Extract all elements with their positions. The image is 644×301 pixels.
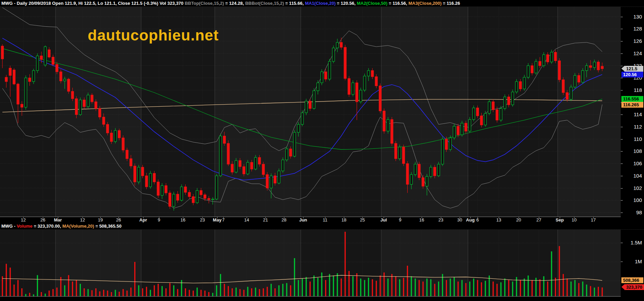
volume-bar xyxy=(364,280,365,296)
month-band xyxy=(558,7,621,217)
candle-body xyxy=(181,187,183,200)
candle-body xyxy=(336,43,338,48)
candle-body xyxy=(515,82,518,92)
candle-body xyxy=(332,48,335,61)
price-axis-tick xyxy=(621,151,623,152)
candle-body xyxy=(457,126,459,135)
volume-bar xyxy=(119,292,120,296)
candle-body xyxy=(227,143,230,164)
volume-bar xyxy=(403,278,404,296)
candle-body xyxy=(67,79,70,92)
candle-body xyxy=(130,159,132,166)
candle-body xyxy=(21,104,23,107)
volume-bar xyxy=(356,273,357,296)
volume-bar xyxy=(13,285,14,296)
volume-bar xyxy=(10,268,11,297)
volume-bar xyxy=(380,276,381,296)
candle-body xyxy=(472,108,475,120)
candle-body xyxy=(99,108,101,117)
candle-body xyxy=(223,136,226,143)
volume-bar xyxy=(567,278,568,296)
candle-body xyxy=(426,177,428,186)
volume-bar xyxy=(551,251,552,296)
candle-body xyxy=(231,164,233,172)
price-axis-label: 100 xyxy=(621,197,642,203)
date-axis-tick xyxy=(499,217,499,218)
volume-bar xyxy=(395,276,396,296)
price-tag-value: 116.265 xyxy=(621,102,643,108)
volume-bar xyxy=(590,286,591,296)
price-axis-label: 98 xyxy=(621,209,642,216)
volume-bar xyxy=(524,278,525,296)
volume-bar xyxy=(340,278,342,296)
volume-bar xyxy=(547,281,548,296)
candle-body xyxy=(352,83,354,94)
volume-title-segment: MWG - xyxy=(1,224,17,229)
volume-bar xyxy=(598,287,599,296)
candle-body xyxy=(324,72,327,79)
candle-body xyxy=(340,43,343,47)
month-band xyxy=(381,229,468,296)
candle-body xyxy=(134,166,136,182)
candle-body xyxy=(484,113,486,125)
candle-body xyxy=(527,66,529,77)
volume-bar xyxy=(563,274,564,296)
volume-bar xyxy=(426,278,428,296)
volume-bar xyxy=(274,288,275,296)
price-axis-label: 128 xyxy=(621,26,642,32)
candle-body xyxy=(87,95,89,107)
volume-bar xyxy=(25,294,26,297)
volume-bar xyxy=(189,290,190,296)
volume-bar xyxy=(348,271,349,296)
volume-bar xyxy=(278,285,280,296)
price-pane-title: MWG - Daily 20/09/2018 Open 121.9, Hi 12… xyxy=(0,0,644,7)
date-axis-tick xyxy=(539,217,539,218)
volume-bar xyxy=(158,284,159,296)
volume-bar xyxy=(313,276,314,296)
volume-bar xyxy=(446,280,447,296)
volume-bar xyxy=(236,288,237,296)
candle-body xyxy=(301,113,304,124)
candle-body xyxy=(258,157,261,164)
candle-body xyxy=(102,117,105,124)
candle-body xyxy=(5,77,8,81)
date-axis-tick xyxy=(460,217,460,218)
volume-chart[interactable] xyxy=(0,229,621,297)
date-axis-tick xyxy=(202,217,203,218)
candle-body xyxy=(371,71,374,77)
month-band xyxy=(215,229,301,296)
candle-body xyxy=(508,97,510,105)
date-axis-tick xyxy=(143,217,144,218)
month-band xyxy=(0,229,55,296)
candle-body xyxy=(398,147,401,159)
volume-chart-canvas xyxy=(0,229,621,296)
month-band xyxy=(215,7,301,217)
candle-body xyxy=(465,123,467,131)
month-band xyxy=(381,7,468,217)
candle-body xyxy=(215,176,218,199)
price-axis-tick xyxy=(621,29,623,29)
candle-body xyxy=(488,102,491,113)
volume-bar xyxy=(325,280,326,296)
volume-bar xyxy=(294,258,295,296)
candle-body xyxy=(437,164,440,176)
candle-body xyxy=(554,52,557,61)
date-axis-tick xyxy=(344,217,344,218)
price-axis-label: 126 xyxy=(621,38,642,44)
volume-bar xyxy=(485,281,486,296)
volume-bar xyxy=(504,278,505,296)
candle-body xyxy=(9,68,11,75)
candle-body xyxy=(570,87,572,99)
volume-bar xyxy=(508,280,509,296)
volume-bar xyxy=(161,286,162,296)
volume-bar xyxy=(310,281,311,296)
volume-bar xyxy=(469,281,470,296)
volume-bar xyxy=(255,288,256,296)
volume-bar xyxy=(267,287,268,296)
candle-body xyxy=(204,195,206,198)
date-axis: 1226Mar121926Apr91623May7142128Jun111825… xyxy=(0,217,621,223)
price-tag-value: 116.556 xyxy=(621,96,643,102)
price-axis-tick xyxy=(621,78,623,78)
price-axis-tick xyxy=(621,90,623,91)
volume-bar xyxy=(559,246,560,296)
